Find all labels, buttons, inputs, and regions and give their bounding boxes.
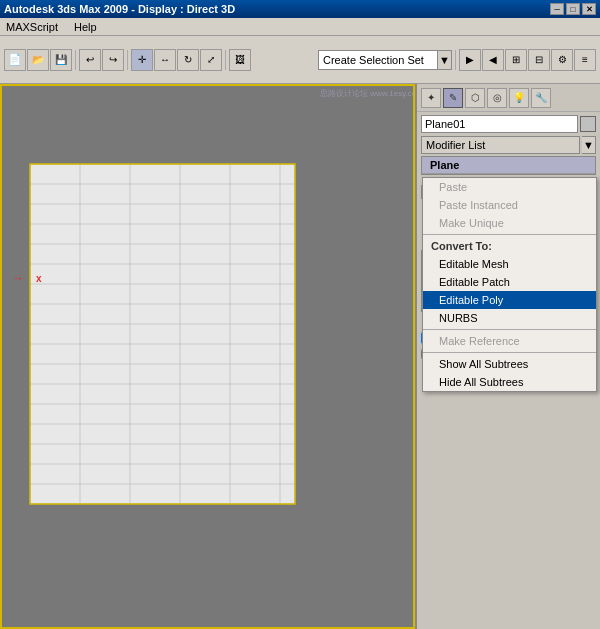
toolbar: 📄 📂 💾 ↩ ↪ ✛ ↔ ↻ ⤢ 🖼 Create Selection Set… [0, 36, 600, 84]
tb-open[interactable]: 📂 [27, 49, 49, 71]
tb-extra6[interactable]: ≡ [574, 49, 596, 71]
ctx-make-unique[interactable]: Make Unique [423, 214, 596, 232]
object-name-input[interactable] [421, 115, 578, 133]
minimize-button[interactable]: ─ [550, 3, 564, 15]
ctx-convert-to-label: Convert To: [423, 237, 596, 255]
maximize-button[interactable]: □ [566, 3, 580, 15]
panel-icon-display[interactable]: 💡 [509, 88, 529, 108]
object-name-row [417, 112, 600, 136]
panel-icon-motion[interactable]: ◎ [487, 88, 507, 108]
tb-rotate[interactable]: ↻ [177, 49, 199, 71]
title-bar-text: Autodesk 3ds Max 2009 - Display : Direct… [4, 3, 550, 15]
selection-set-arrow[interactable]: ▼ [438, 50, 452, 70]
modifier-stack: Plane Paste Paste Instanced Make Unique … [421, 156, 596, 175]
ctx-editable-patch[interactable]: Editable Patch [423, 273, 596, 291]
viewport[interactable]: x → 思路设计论坛 www.1esy.com [0, 84, 415, 629]
menu-maxscript[interactable]: MAXScript [4, 21, 60, 33]
ctx-paste[interactable]: Paste [423, 178, 596, 196]
tb-undo[interactable]: ↩ [79, 49, 101, 71]
svg-text:x: x [36, 273, 42, 284]
panel-icon-create[interactable]: ✦ [421, 88, 441, 108]
modifier-list-arrow[interactable]: ▼ [582, 136, 596, 154]
tb-render[interactable]: 🖼 [229, 49, 251, 71]
panel-icon-hierarchy[interactable]: ⬡ [465, 88, 485, 108]
menu-bar: MAXScript Help [0, 18, 600, 36]
panel-icon-modify[interactable]: ✎ [443, 88, 463, 108]
ctx-editable-mesh[interactable]: Editable Mesh [423, 255, 596, 273]
grid-svg: x → 思路设计论坛 www.1esy.com [0, 84, 415, 629]
context-menu: Paste Paste Instanced Make Unique Conver… [422, 177, 597, 392]
object-color-box[interactable] [580, 116, 596, 132]
ctx-nurbs[interactable]: NURBS [423, 309, 596, 327]
selection-set-box[interactable]: Create Selection Set [318, 50, 438, 70]
ctx-paste-instanced[interactable]: Paste Instanced [423, 196, 596, 214]
ctx-make-reference[interactable]: Make Reference [423, 332, 596, 350]
panel-icon-utility[interactable]: 🔧 [531, 88, 551, 108]
tb-extra5[interactable]: ⚙ [551, 49, 573, 71]
ctx-sep-3 [423, 352, 596, 353]
ctx-sep-2 [423, 329, 596, 330]
svg-rect-1 [30, 164, 295, 504]
tb-save[interactable]: 💾 [50, 49, 72, 71]
ctx-hide-all-subtrees[interactable]: Hide All Subtrees [423, 373, 596, 391]
tb-new[interactable]: 📄 [4, 49, 26, 71]
title-bar: Autodesk 3ds Max 2009 - Display : Direct… [0, 0, 600, 18]
tb-scale[interactable]: ⤢ [200, 49, 222, 71]
ctx-show-all-subtrees[interactable]: Show All Subtrees [423, 355, 596, 373]
panel-icons: ✦ ✎ ⬡ ◎ 💡 🔧 [417, 84, 600, 112]
ctx-editable-poly[interactable]: Editable Poly [423, 291, 596, 309]
tb-move[interactable]: ↔ [154, 49, 176, 71]
modifier-list-label[interactable]: Modifier List [421, 136, 580, 154]
stack-header: Plane [422, 157, 595, 174]
right-panel: ✦ ✎ ⬡ ◎ 💡 🔧 Modifier List ▼ Plane Paste … [415, 84, 600, 629]
tb-select[interactable]: ✛ [131, 49, 153, 71]
tb-extra1[interactable]: ▶ [459, 49, 481, 71]
close-button[interactable]: ✕ [582, 3, 596, 15]
ctx-sep-1 [423, 234, 596, 235]
tb-extra4[interactable]: ⊟ [528, 49, 550, 71]
tb-extra2[interactable]: ◀ [482, 49, 504, 71]
modifier-list-row: Modifier List ▼ [417, 136, 600, 156]
svg-text:→: → [12, 271, 24, 285]
tb-redo[interactable]: ↪ [102, 49, 124, 71]
tb-extra3[interactable]: ⊞ [505, 49, 527, 71]
menu-help[interactable]: Help [72, 21, 99, 33]
selection-set-label: Create Selection Set [323, 54, 424, 66]
svg-text:思路设计论坛  www.1esy.com: 思路设计论坛 www.1esy.com [319, 89, 415, 98]
main-area: x → 思路设计论坛 www.1esy.com ✦ ✎ ⬡ ◎ 💡 🔧 Mod [0, 84, 600, 629]
title-bar-controls[interactable]: ─ □ ✕ [550, 3, 596, 15]
